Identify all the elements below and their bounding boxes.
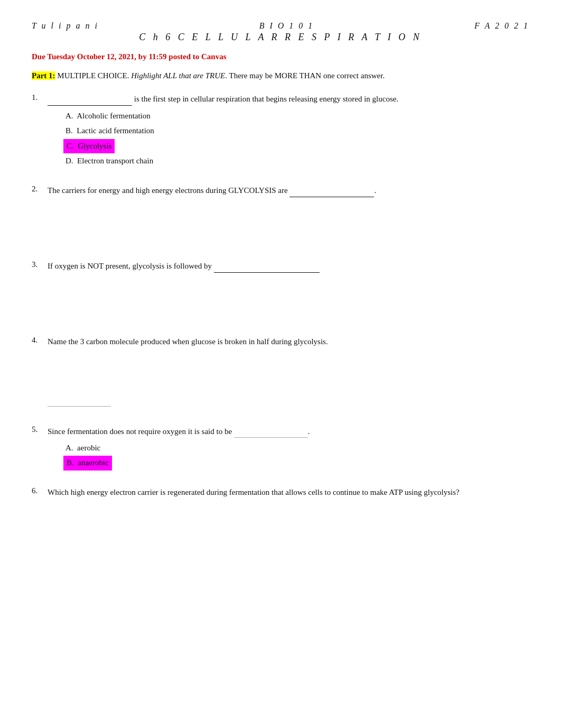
due-date: Due Tuesday October 12, 2021, by 11:59 p…: [32, 52, 529, 61]
q5-text: Since fermentation does not require oxyg…: [48, 425, 529, 438]
part1-instructions-text: MULTIPLE CHOICE. Highlight ALL that are …: [57, 71, 385, 80]
part1-label: Part 1:: [32, 71, 55, 80]
header-subtitle: C h 6 C E L L U L A R R E S P I R A T I …: [139, 32, 422, 43]
question-6: 6. Which high energy electron carrier is…: [32, 486, 529, 546]
q1-option-d-text: D. Electron transport chain: [63, 154, 529, 169]
header-center: B I O 1 0 1: [259, 21, 314, 31]
q1-option-c: C. Glycolysis: [63, 139, 529, 154]
q5-option-a-text: A. aerobic: [63, 441, 529, 456]
q1-option-b-text: B. Lactic acid fermentation: [63, 124, 529, 139]
question-5: 5. Since fermentation does not require o…: [32, 425, 529, 471]
q5-body: Since fermentation does not require oxyg…: [48, 425, 529, 471]
q6-number: 6.: [32, 486, 48, 546]
q3-blank: [214, 260, 320, 273]
q3-text: If oxygen is NOT present, glycolysis is …: [48, 260, 529, 273]
part1-instructions: Part 1: MULTIPLE CHOICE. Highlight ALL t…: [32, 70, 529, 82]
q1-text: is the first step in cellular respiratio…: [48, 93, 529, 106]
q6-body: Which high energy electron carrier is re…: [48, 486, 529, 546]
q3-number: 3.: [32, 260, 48, 320]
q5-option-b-text: B. anaerobic: [63, 456, 112, 471]
q5-option-b: B. anaerobic: [63, 456, 529, 471]
header-right: F A 2 0 2 1: [474, 21, 529, 31]
q1-options: A. Alcoholic fermentation B. Lactic acid…: [63, 109, 529, 169]
questions-container: 1. is the first step in cellular respira…: [32, 93, 529, 546]
header-row1: T u l i p a n i B I O 1 0 1 F A 2 0 2 1: [32, 21, 529, 31]
q4-answer-line: [48, 406, 111, 407]
q5-blank: [234, 425, 308, 438]
q6-text: Which high energy electron carrier is re…: [48, 486, 529, 499]
q1-option-d: D. Electron transport chain: [63, 154, 529, 169]
q4-number: 4.: [32, 335, 48, 410]
q1-option-a-text: A. Alcoholic fermentation: [63, 109, 529, 124]
q2-body: The carriers for energy and high energy …: [48, 184, 529, 245]
question-2: 2. The carriers for energy and high ener…: [32, 184, 529, 245]
q4-answer-space: [48, 348, 529, 406]
q1-option-b: B. Lactic acid fermentation: [63, 124, 529, 139]
q1-body: is the first step in cellular respiratio…: [48, 93, 529, 169]
q1-option-a: A. Alcoholic fermentation: [63, 109, 529, 124]
q5-option-a: A. aerobic: [63, 441, 529, 456]
question-1: 1. is the first step in cellular respira…: [32, 93, 529, 169]
q2-blank: [289, 184, 374, 197]
page-header: T u l i p a n i B I O 1 0 1 F A 2 0 2 1 …: [32, 21, 529, 43]
question-3: 3. If oxygen is NOT present, glycolysis …: [32, 260, 529, 320]
q4-body: Name the 3 carbon molecule produced when…: [48, 335, 529, 410]
header-left: T u l i p a n i: [32, 21, 99, 31]
q5-options: A. aerobic B. anaerobic: [63, 441, 529, 471]
q1-option-c-text: C. Glycolysis: [63, 139, 115, 154]
q2-number: 2.: [32, 184, 48, 245]
q3-body: If oxygen is NOT present, glycolysis is …: [48, 260, 529, 320]
q2-text: The carriers for energy and high energy …: [48, 184, 529, 197]
q3-answer-space: [48, 273, 529, 320]
q1-blank: [48, 93, 132, 106]
question-4: 4. Name the 3 carbon molecule produced w…: [32, 335, 529, 410]
q1-number: 1.: [32, 93, 48, 169]
q4-text: Name the 3 carbon molecule produced when…: [48, 335, 529, 348]
q5-number: 5.: [32, 425, 48, 471]
q2-answer-space: [48, 197, 529, 245]
q6-answer-space: [48, 499, 529, 546]
